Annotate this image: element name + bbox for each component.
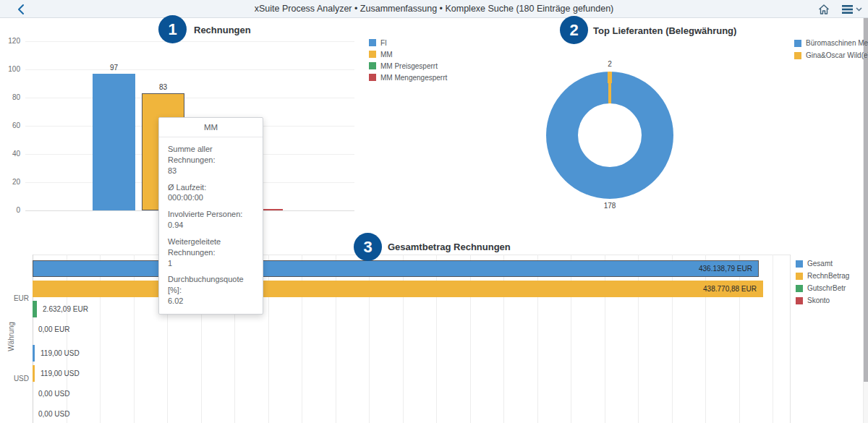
home-icon <box>817 3 830 16</box>
legend-item-1[interactable]: MM <box>369 48 447 60</box>
home-button[interactable] <box>817 3 830 16</box>
gridline <box>470 255 471 423</box>
y-tick-label: 20 <box>1 178 20 186</box>
y-tick-label: 120 <box>1 37 20 45</box>
tooltip-row-value: 83 <box>168 166 254 176</box>
vertical-scrollbar-track[interactable] <box>863 18 868 423</box>
tooltip-row-0: Summe aller Rechnungen:83 <box>168 144 254 176</box>
tooltip-row-3: Weitergeleitete Rechnungen:1 <box>168 236 254 269</box>
legend-item-0[interactable]: FI <box>369 37 447 48</box>
tooltip-row-value: 1 <box>168 258 254 269</box>
bar-value-label: 436.138,79 EUR <box>33 260 752 277</box>
bar-fi[interactable] <box>93 74 135 210</box>
legend-swatch <box>796 285 803 292</box>
gridline <box>336 255 336 423</box>
legend-swatch <box>369 51 376 58</box>
gridline <box>571 255 571 423</box>
legend-swatch <box>369 62 376 69</box>
legend-label: FI <box>380 39 387 47</box>
bar-value-label: 0,00 USD <box>38 385 69 402</box>
y-axis-label-waehrung: Währung <box>7 312 15 362</box>
legend-item-3[interactable]: Skonto <box>796 294 849 307</box>
tooltip-row-label: Involvierte Personen: <box>168 209 254 220</box>
gridline <box>537 255 538 423</box>
tooltip-row-2: Involvierte Personen:0.94 <box>168 209 254 231</box>
bar-usd-rechnbetrag[interactable] <box>33 365 35 382</box>
y-tick-label: 40 <box>1 150 20 158</box>
legend-label: Gina&Oscar Wild(e) <box>806 51 868 59</box>
plot-right-border <box>790 255 791 423</box>
legend-swatch <box>796 297 803 304</box>
menu-button[interactable] <box>841 3 863 16</box>
legend-label: GutschrBetr <box>807 284 846 292</box>
vertical-scrollbar-thumb[interactable] <box>864 18 868 382</box>
top-lieferanten-legend: Büromaschinen MeierGina&Oscar Wild(e) <box>794 37 868 61</box>
plot-top-border <box>33 255 790 255</box>
chevron-down-icon <box>856 8 861 11</box>
legend-item-1[interactable]: Gina&Oscar Wild(e) <box>794 49 868 61</box>
legend-label: MM Preisgesperrt <box>380 62 438 70</box>
tooltip-row-1: Ø Laufzeit:000:00:00 <box>168 182 254 204</box>
y-tick-label: 60 <box>1 121 20 129</box>
tooltip-title: MM <box>159 118 263 137</box>
app-header: xSuite Process Analyzer • Zusammenfassun… <box>0 0 868 18</box>
bar-value-label: 2.632,09 EUR <box>43 301 88 317</box>
gridline <box>605 255 605 423</box>
legend-item-3[interactable]: MM Mengengesperrt <box>369 72 447 83</box>
hamburger-icon <box>842 5 853 14</box>
bar-value-label: 438.770,88 EUR <box>33 281 757 297</box>
legend-item-0[interactable]: Gesamt <box>796 257 849 270</box>
tooltip-row-value: 0.94 <box>168 220 254 231</box>
legend-label: MM Mengengesperrt <box>380 74 447 82</box>
annotation-badge-2: 2 <box>560 16 588 44</box>
legend-label: Gesamt <box>807 260 833 268</box>
bar-eur-gutschrbetr[interactable] <box>33 301 37 317</box>
y-tick-label: 100 <box>1 65 20 73</box>
gridline <box>25 41 354 42</box>
legend-item-2[interactable]: GutschrBetr <box>796 282 849 294</box>
gesamtbetrag-legend: GesamtRechnBetragGutschrBetrSkonto <box>796 257 849 307</box>
legend-swatch <box>796 260 803 268</box>
gridline <box>638 255 639 423</box>
legend-swatch <box>794 40 801 47</box>
gridline <box>302 255 302 423</box>
tooltip-row-label: Durchbuchungsquote [%]: <box>168 274 254 296</box>
gridline <box>403 255 404 423</box>
tooltip-row-4: Durchbuchungsquote [%]:6.02 <box>168 274 254 307</box>
gridline <box>33 255 33 423</box>
legend-swatch <box>369 39 376 46</box>
chart-title-gesamtbetrag: Gesamtbetrag Rechnungen <box>388 242 511 252</box>
category-label-eur: EUR <box>4 294 29 302</box>
legend-swatch <box>369 74 376 81</box>
legend-label: Büromaschinen Meier <box>806 39 868 47</box>
gridline <box>705 255 706 423</box>
annotation-badge-3: 3 <box>354 233 382 261</box>
legend-label: MM <box>380 51 393 59</box>
annotation-badge-1: 1 <box>158 15 187 43</box>
legend-label: Skonto <box>807 296 830 304</box>
tooltip-row-value: 000:00:00 <box>168 192 254 203</box>
legend-item-2[interactable]: MM Preisgesperrt <box>369 60 447 72</box>
gridline <box>134 255 135 423</box>
gridline <box>369 255 370 423</box>
category-label-usd: USD <box>4 375 29 383</box>
legend-item-1[interactable]: RechnBetrag <box>796 270 849 282</box>
gridline <box>503 255 504 423</box>
bar-usd-gesamt[interactable] <box>33 345 35 362</box>
page-title: xSuite Process Analyzer • Zusammenfassun… <box>0 0 868 18</box>
chart-title-top-lieferanten: Top Lieferanten (Belegwährung) <box>593 25 736 36</box>
y-tick-label: 0 <box>1 206 20 214</box>
donut-hole <box>578 103 642 167</box>
legend-swatch <box>794 52 801 59</box>
bar-value-label: 119,00 USD <box>41 345 80 362</box>
chart-tooltip: MM Summe aller Rechnungen:83Ø Laufzeit:0… <box>158 117 263 315</box>
tooltip-row-label: Summe aller Rechnungen: <box>168 144 254 166</box>
tooltip-row-label: Ø Laufzeit: <box>168 182 254 193</box>
gridline <box>773 255 773 423</box>
legend-item-0[interactable]: Büromaschinen Meier <box>794 37 868 49</box>
tooltip-row-label: Weitergeleitete Rechnungen: <box>168 236 254 258</box>
tooltip-body: Summe aller Rechnungen:83Ø Laufzeit:000:… <box>159 137 263 314</box>
gridline <box>100 255 101 423</box>
gridline <box>739 255 740 423</box>
slice-value-label: 2 <box>608 60 612 68</box>
